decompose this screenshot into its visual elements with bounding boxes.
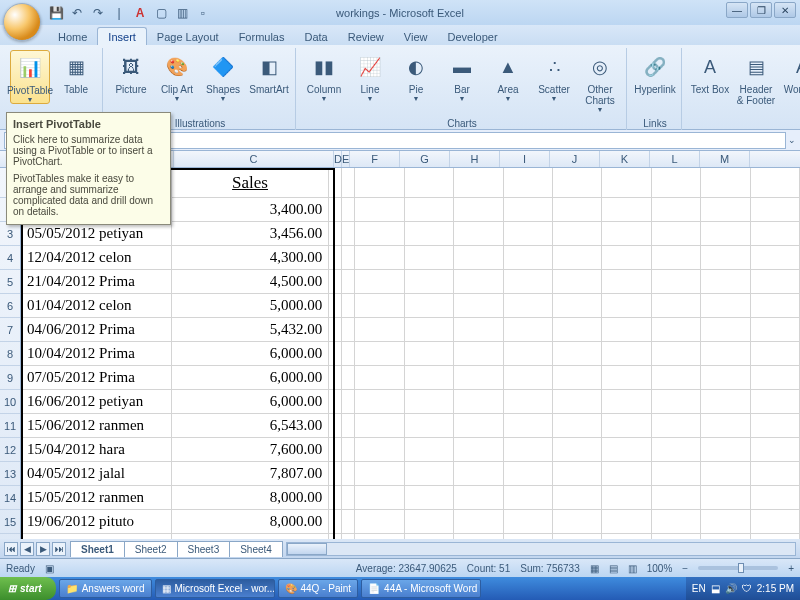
cell[interactable]	[405, 390, 454, 413]
cell-date-item[interactable]: 16/06/2012 petiyan	[21, 390, 172, 413]
bold-icon[interactable]: A	[132, 5, 148, 21]
cell[interactable]	[355, 198, 404, 221]
col-header-D[interactable]: D	[334, 151, 342, 167]
cell[interactable]	[329, 318, 342, 341]
cell[interactable]	[701, 342, 750, 365]
cell[interactable]	[602, 198, 651, 221]
tab-review[interactable]: Review	[338, 28, 394, 45]
cells-area[interactable]: ItemSales30/04/2012 Prima3,400.0005/05/2…	[21, 168, 800, 558]
row-header-9[interactable]: 9	[0, 366, 20, 390]
cell[interactable]	[652, 342, 701, 365]
cell[interactable]	[751, 270, 800, 293]
sheet-tab-sheet3[interactable]: Sheet3	[177, 541, 231, 557]
cell-date-item[interactable]: 01/04/2012 celon	[21, 294, 172, 317]
col-header-M[interactable]: M	[700, 151, 750, 167]
cell[interactable]	[355, 222, 404, 245]
cell[interactable]	[553, 222, 602, 245]
cell[interactable]	[602, 390, 651, 413]
cell[interactable]	[355, 168, 404, 197]
cell[interactable]	[405, 414, 454, 437]
cell[interactable]	[652, 168, 701, 197]
start-button[interactable]: ⊞ start	[0, 577, 56, 600]
cell-date-item[interactable]: 19/06/2012 pituto	[21, 510, 172, 533]
cell[interactable]	[355, 246, 404, 269]
text-box-button[interactable]: AText Box	[690, 50, 730, 95]
cell[interactable]	[553, 366, 602, 389]
cell[interactable]	[652, 390, 701, 413]
cell[interactable]	[652, 270, 701, 293]
cell[interactable]	[602, 366, 651, 389]
row-header-11[interactable]: 11	[0, 414, 20, 438]
cell[interactable]	[652, 462, 701, 485]
cell[interactable]	[751, 168, 800, 197]
cell[interactable]	[405, 198, 454, 221]
cell[interactable]	[652, 198, 701, 221]
col-header-G[interactable]: G	[400, 151, 450, 167]
cell[interactable]	[553, 438, 602, 461]
col-header-F[interactable]: F	[350, 151, 400, 167]
cell[interactable]	[652, 510, 701, 533]
cell-date-item[interactable]: 15/06/2012 ranmen	[21, 414, 172, 437]
sheet-tab-sheet4[interactable]: Sheet4	[229, 541, 283, 557]
cell[interactable]	[329, 246, 342, 269]
cell[interactable]	[751, 390, 800, 413]
cell[interactable]	[652, 318, 701, 341]
macro-record-icon[interactable]: ▣	[45, 563, 54, 574]
cell[interactable]	[701, 198, 750, 221]
column-button[interactable]: ▮▮Column▼	[304, 50, 344, 102]
cell[interactable]	[504, 270, 553, 293]
cell[interactable]	[751, 294, 800, 317]
zoom-level[interactable]: 100%	[647, 563, 673, 574]
cell-date-item[interactable]: 12/04/2012 celon	[21, 246, 172, 269]
tray-icon[interactable]: ⬓	[711, 583, 720, 594]
cell[interactable]	[405, 294, 454, 317]
cell[interactable]	[342, 414, 355, 437]
cell[interactable]	[701, 246, 750, 269]
col-header-K[interactable]: K	[600, 151, 650, 167]
wordart-button[interactable]: AWordArt▼	[782, 50, 800, 102]
cell[interactable]	[329, 294, 342, 317]
cell[interactable]	[454, 342, 503, 365]
cell-date-item[interactable]: 15/05/2012 ranmen	[21, 486, 172, 509]
tab-home[interactable]: Home	[48, 28, 97, 45]
cell[interactable]	[454, 366, 503, 389]
cell[interactable]	[652, 366, 701, 389]
cell[interactable]	[652, 438, 701, 461]
cell[interactable]	[701, 366, 750, 389]
row-header-6[interactable]: 6	[0, 294, 20, 318]
col-header-J[interactable]: J	[550, 151, 600, 167]
zoom-in-icon[interactable]: +	[788, 563, 794, 574]
row-header-8[interactable]: 8	[0, 342, 20, 366]
cell-date-item[interactable]: 05/05/2012 petiyan	[21, 222, 172, 245]
cell[interactable]	[553, 414, 602, 437]
cell[interactable]	[701, 462, 750, 485]
cell-sales[interactable]: 5,000.00	[172, 294, 330, 317]
cell-sales[interactable]: 6,000.00	[172, 342, 330, 365]
cell-sales[interactable]: 3,456.00	[172, 222, 330, 245]
row-header-13[interactable]: 13	[0, 462, 20, 486]
cell[interactable]	[329, 438, 342, 461]
cell[interactable]	[405, 486, 454, 509]
palette-icon[interactable]: ▥	[174, 5, 190, 21]
doc-icon[interactable]: ▫	[195, 5, 211, 21]
taskbar-item[interactable]: ▦Microsoft Excel - wor...	[155, 579, 275, 598]
cell[interactable]	[329, 414, 342, 437]
cell[interactable]	[652, 294, 701, 317]
view-normal-icon[interactable]: ▦	[590, 563, 599, 574]
row-header-4[interactable]: 4	[0, 246, 20, 270]
zoom-out-icon[interactable]: −	[682, 563, 688, 574]
view-layout-icon[interactable]: ▤	[609, 563, 618, 574]
fill-icon[interactable]: ▢	[153, 5, 169, 21]
cell[interactable]	[342, 318, 355, 341]
sheet-nav-next-icon[interactable]: ▶	[36, 542, 50, 556]
tray-volume-icon[interactable]: 🔊	[725, 583, 737, 594]
cell[interactable]	[504, 294, 553, 317]
cell[interactable]	[751, 198, 800, 221]
cell[interactable]	[602, 462, 651, 485]
cell[interactable]	[405, 246, 454, 269]
cell[interactable]	[405, 222, 454, 245]
cell[interactable]	[602, 510, 651, 533]
tab-page-layout[interactable]: Page Layout	[147, 28, 229, 45]
cell-date-item[interactable]: 07/05/2012 Prima	[21, 366, 172, 389]
cell[interactable]	[504, 222, 553, 245]
